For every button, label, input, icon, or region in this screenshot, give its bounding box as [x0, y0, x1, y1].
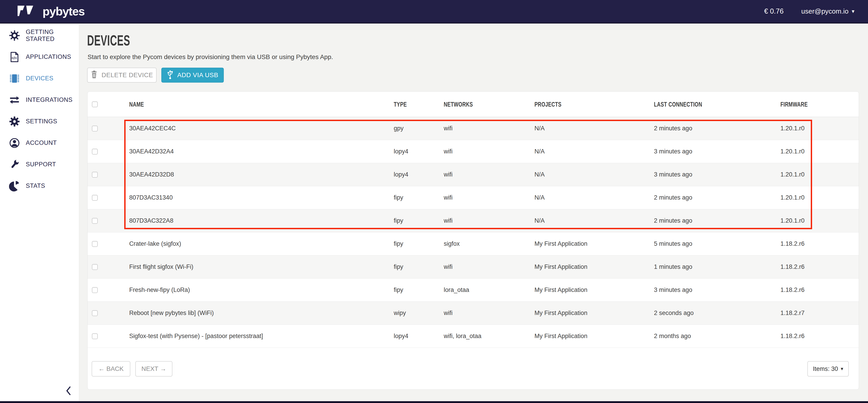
device-firmware: 1.18.2.r6 [780, 264, 859, 270]
sidebar-item-label: APPLICATIONS [26, 53, 71, 60]
sidebar-item-devices[interactable]: DEVICES [0, 68, 79, 89]
device-last-connection: 2 months ago [654, 333, 780, 340]
row-checkbox[interactable] [92, 241, 98, 247]
table-row[interactable]: 807D3AC31340 fipy wifi N/A 2 minutes ago… [88, 186, 859, 209]
device-networks: lora_otaa [444, 286, 534, 293]
select-all-checkbox[interactable] [92, 101, 98, 107]
pybytes-logo[interactable]: pybytes [14, 4, 85, 18]
bottom-edge-strip [0, 401, 868, 403]
sidebar-item-support[interactable]: SUPPORT [0, 154, 79, 175]
device-projects: My First Application [534, 310, 654, 316]
device-networks: wifi [444, 310, 534, 316]
sidebar-item-label: SETTINGS [26, 118, 57, 125]
sidebar: GETTING STARTED </> APPLICATIONS [0, 25, 79, 401]
column-header-firmware: FIRMWARE [780, 100, 808, 108]
table-row[interactable]: Fresh-new-fipy (LoRa) fipy lora_otaa My … [88, 279, 859, 302]
row-checkbox[interactable] [92, 149, 98, 155]
swap-arrows-icon [9, 95, 20, 105]
items-per-page-dropdown[interactable]: Items: 30 ▾ [807, 361, 849, 376]
device-projects: N/A [534, 148, 654, 155]
trash-icon [91, 70, 97, 80]
svg-text:</>: </> [11, 56, 17, 60]
row-checkbox[interactable] [92, 218, 98, 224]
person-icon [9, 137, 20, 149]
code-document-icon: </> [9, 52, 20, 62]
device-type: gpy [394, 125, 444, 132]
device-name: 30AEA42D32D8 [129, 171, 394, 178]
device-networks: wifi [444, 264, 534, 270]
sidebar-item-label: INTEGRATIONS [26, 96, 73, 103]
device-name: 30AEA42CEC4C [129, 125, 394, 132]
sidebar-item-label: DEVICES [26, 75, 53, 82]
table-row[interactable]: 30AEA42D32A4 lopy4 wifi N/A 3 minutes ag… [88, 140, 859, 163]
device-projects: N/A [534, 125, 654, 132]
table-row[interactable]: 807D3AC322A8 fipy wifi N/A 2 minutes ago… [88, 209, 859, 232]
add-via-usb-button[interactable]: ADD VIA USB [161, 68, 224, 83]
device-type: fipy [394, 194, 444, 201]
sidebar-item-stats[interactable]: STATS [0, 175, 79, 197]
device-name: 807D3AC322A8 [129, 217, 394, 224]
user-menu[interactable]: user@pycom.io ▾ [801, 7, 855, 15]
delete-device-button[interactable]: DELETE DEVICE [87, 68, 157, 83]
sidebar-item-applications[interactable]: </> APPLICATIONS [0, 46, 79, 68]
row-checkbox[interactable] [92, 126, 98, 131]
row-checkbox[interactable] [92, 172, 98, 178]
sidebar-item-label: GETTING STARTED [26, 29, 79, 42]
device-networks: wifi [444, 194, 534, 201]
column-header-networks: NETWORKS [444, 100, 473, 108]
device-firmware: 1.20.1.r0 [780, 217, 859, 224]
device-type: fipy [394, 264, 444, 270]
page-subtitle: Start to explore the Pycom devices by pr… [88, 53, 333, 61]
sidebar-item-settings[interactable]: SETTINGS [0, 111, 79, 132]
device-type: lopy4 [394, 171, 444, 178]
pycom-flags-icon [14, 6, 38, 17]
sidebar-collapse-button[interactable] [63, 384, 74, 398]
table-row[interactable]: Sigfox-test (with Pysense) - [pastoor pe… [88, 325, 859, 348]
delete-device-label: DELETE DEVICE [102, 71, 153, 79]
chevron-down-icon: ▾ [841, 366, 843, 372]
row-checkbox[interactable] [92, 310, 98, 316]
table-row[interactable]: 30AEA42CEC4C gpy wifi N/A 2 minutes ago … [88, 117, 859, 140]
device-last-connection: 2 seconds ago [654, 310, 780, 316]
column-header-last-connection: LAST CONNECTION [654, 100, 702, 108]
device-firmware: 1.18.2.r6 [780, 333, 859, 340]
sidebar-item-account[interactable]: ACCOUNT [0, 132, 79, 154]
device-firmware: 1.18.2.r7 [780, 310, 859, 316]
table-row[interactable]: Reboot [new pybytes lib] (WiFi) wipy wif… [88, 302, 859, 325]
row-checkbox[interactable] [92, 264, 98, 270]
table-row[interactable]: First flight sigfox (Wi-Fi) fipy wifi My… [88, 255, 859, 279]
sidebar-item-integrations[interactable]: INTEGRATIONS [0, 89, 79, 111]
row-checkbox[interactable] [92, 195, 98, 201]
device-name: 807D3AC31340 [129, 194, 394, 201]
account-balance[interactable]: € 0.76 [764, 7, 784, 16]
sidebar-item-label: ACCOUNT [26, 140, 57, 146]
column-header-type: TYPE [394, 100, 407, 108]
sidebar-item-getting-started[interactable]: GETTING STARTED [0, 25, 79, 46]
device-firmware: 1.18.2.r6 [780, 286, 859, 293]
device-projects: N/A [534, 217, 654, 224]
device-name: Crater-lake (sigfox) [129, 240, 394, 247]
device-type: lopy4 [394, 333, 444, 340]
device-projects: My First Application [534, 333, 654, 340]
table-row[interactable]: Crater-lake (sigfox) fipy sigfox My Firs… [88, 232, 859, 255]
device-networks: wifi [444, 125, 534, 132]
device-name: First flight sigfox (Wi-Fi) [129, 264, 394, 270]
gear-icon [9, 116, 20, 127]
device-last-connection: 2 minutes ago [654, 194, 780, 201]
column-header-name: NAME [129, 100, 144, 108]
device-networks: wifi [444, 148, 534, 155]
back-button[interactable]: ← BACK [92, 361, 130, 376]
next-button[interactable]: NEXT → [135, 361, 173, 376]
device-networks: wifi, lora_otaa [444, 333, 534, 340]
device-type: lopy4 [394, 148, 444, 155]
device-last-connection: 3 minutes ago [654, 286, 780, 293]
device-type: fipy [394, 286, 444, 293]
table-row[interactable]: 30AEA42D32D8 lopy4 wifi N/A 3 minutes ag… [88, 163, 859, 186]
device-projects: N/A [534, 171, 654, 178]
row-checkbox[interactable] [92, 333, 98, 339]
row-checkbox[interactable] [92, 287, 98, 293]
device-networks: wifi [444, 171, 534, 178]
device-name: Reboot [new pybytes lib] (WiFi) [129, 310, 394, 316]
device-firmware: 1.20.1.r0 [780, 125, 859, 132]
device-type: fipy [394, 240, 444, 247]
